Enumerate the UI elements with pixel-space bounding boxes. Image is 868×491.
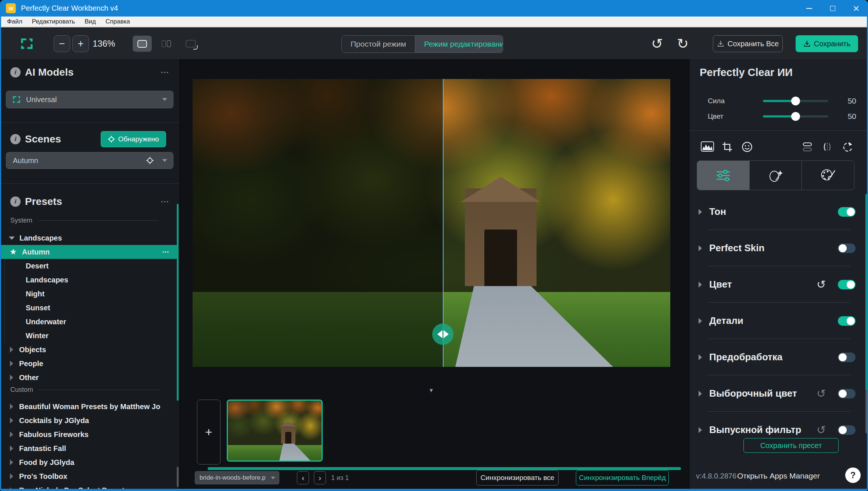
previous-image-button[interactable]: ‹ xyxy=(297,471,309,484)
zoom-in-button[interactable]: + xyxy=(72,35,89,52)
next-image-button[interactable]: › xyxy=(314,471,326,484)
save-button[interactable]: Сохранить xyxy=(796,35,858,52)
menu-edit[interactable]: Редактировать xyxy=(27,17,80,27)
perfect-skin-toggle[interactable] xyxy=(838,243,856,253)
chevron-right-icon[interactable] xyxy=(699,245,702,251)
chevron-right-icon[interactable] xyxy=(10,432,13,437)
maximize-button[interactable] xyxy=(821,0,844,17)
more-options-icon[interactable]: ••• xyxy=(161,199,169,205)
chevron-right-icon[interactable] xyxy=(10,375,13,380)
chevron-right-icon[interactable] xyxy=(699,391,702,397)
preset-group-objects[interactable]: Objects xyxy=(0,343,177,357)
minimize-button[interactable] xyxy=(797,0,821,17)
tone-toggle[interactable] xyxy=(838,207,856,217)
filename-select[interactable]: bride-in-woods-before.p xyxy=(195,471,279,484)
preset-item-night[interactable]: Night xyxy=(0,287,177,301)
mode-edit-tab[interactable]: Режим редактирования xyxy=(415,36,503,53)
chevron-right-icon[interactable] xyxy=(10,347,13,353)
slider-knob[interactable] xyxy=(791,112,800,121)
tab-retouch[interactable] xyxy=(750,161,802,190)
photo-canvas[interactable] xyxy=(193,79,670,367)
reset-icon[interactable]: ↺ xyxy=(817,279,826,290)
chevron-right-icon[interactable] xyxy=(699,282,702,288)
preset-group-beautiful-woman[interactable]: Beautiful Woman Presets by Matthew Jo xyxy=(0,400,177,414)
section-perfect-skin[interactable]: Perfect Skin xyxy=(689,230,868,266)
section-tone[interactable]: Тон xyxy=(689,194,868,230)
section-preprocessing[interactable]: Предобработка xyxy=(689,339,868,375)
menu-file[interactable]: Файл xyxy=(2,17,27,27)
preset-item-underwater[interactable]: Underwater xyxy=(0,315,177,329)
preset-group-landscapes[interactable]: Landscapes xyxy=(0,231,177,245)
tab-color-palette[interactable] xyxy=(802,161,854,190)
flip-vertical-icon[interactable] xyxy=(802,141,813,152)
preset-item-winter[interactable]: Winter xyxy=(0,329,177,343)
open-apps-manager-link[interactable]: Открыть Apps Manager xyxy=(737,472,820,480)
close-button[interactable] xyxy=(844,0,868,17)
color-toggle[interactable] xyxy=(838,280,856,289)
menu-help[interactable]: Справка xyxy=(101,17,135,27)
chevron-right-icon[interactable] xyxy=(10,445,13,451)
scene-select[interactable]: Autumn xyxy=(6,152,173,169)
preset-group-pros-toolbox[interactable]: Pro's Toolbox xyxy=(0,469,177,483)
filmstrip-collapse-button[interactable]: ▼ xyxy=(428,387,434,393)
preset-group-fantastic-fall[interactable]: Fantastic Fall xyxy=(0,441,177,455)
chevron-right-icon[interactable] xyxy=(10,361,13,367)
color-slider[interactable] xyxy=(763,115,828,118)
preset-group-clipped[interactable]: Ron Nichols Pro Select Presets xyxy=(0,483,177,489)
crop-icon[interactable] xyxy=(722,141,733,152)
tab-adjustments[interactable] xyxy=(697,161,750,190)
chevron-right-icon[interactable] xyxy=(699,354,702,360)
details-toggle[interactable] xyxy=(838,316,856,326)
presets-scrollbar-track[interactable] xyxy=(177,467,179,487)
more-options-icon[interactable]: ••• xyxy=(162,249,169,254)
preprocessing-toggle[interactable] xyxy=(838,353,856,362)
preset-group-food[interactable]: Food by JGlyda xyxy=(0,455,177,469)
slider-knob[interactable] xyxy=(791,97,800,105)
help-button[interactable]: ? xyxy=(845,467,861,483)
chevron-right-icon[interactable] xyxy=(699,427,702,433)
filmstrip-thumbnail-selected[interactable] xyxy=(227,400,323,462)
reset-icon[interactable]: ↺ xyxy=(817,425,826,436)
save-preset-button[interactable]: Сохранить пресет xyxy=(743,438,839,453)
preset-group-cocktails[interactable]: Cocktails by JGlyda xyxy=(0,414,177,427)
section-details[interactable]: Детали xyxy=(689,303,868,339)
ai-model-select[interactable]: Universal xyxy=(6,91,173,108)
star-icon[interactable]: ★ xyxy=(10,247,17,257)
chevron-down-icon[interactable] xyxy=(9,237,15,240)
preset-group-people[interactable]: People xyxy=(0,357,177,371)
info-icon[interactable]: i xyxy=(10,67,21,77)
reset-icon[interactable]: ↺ xyxy=(817,388,826,399)
info-icon[interactable]: i xyxy=(10,134,21,144)
section-color[interactable]: Цвет ↺ xyxy=(689,266,868,303)
view-split-button[interactable] xyxy=(157,36,176,52)
rotate-icon[interactable] xyxy=(842,141,853,152)
add-image-button[interactable]: + xyxy=(197,400,220,465)
strength-slider[interactable] xyxy=(763,100,828,102)
crosshair-icon[interactable] xyxy=(146,156,154,165)
view-compare-button[interactable] xyxy=(181,36,200,52)
chevron-right-icon[interactable] xyxy=(10,418,13,423)
chevron-right-icon[interactable] xyxy=(699,209,702,215)
more-options-icon[interactable]: ••• xyxy=(161,70,169,75)
selective-color-toggle[interactable] xyxy=(838,389,856,398)
chevron-right-icon[interactable] xyxy=(10,404,13,409)
split-drag-handle[interactable] xyxy=(432,324,453,345)
filmstrip-scrollbar[interactable] xyxy=(208,467,681,470)
mode-simple-tab[interactable]: Простой режим xyxy=(342,36,415,53)
finishing-filter-toggle[interactable] xyxy=(838,425,856,435)
redo-button[interactable]: ↻ xyxy=(677,36,689,51)
presets-scrollbar[interactable] xyxy=(177,204,179,401)
preset-item-sunset[interactable]: Sunset xyxy=(0,301,177,315)
histogram-icon[interactable] xyxy=(701,141,714,152)
menu-view[interactable]: Вид xyxy=(80,17,101,27)
save-all-button[interactable]: Сохранить Все xyxy=(713,35,783,52)
sync-forward-button[interactable]: Синхронизировать Вперёд xyxy=(576,470,669,485)
sync-all-button[interactable]: Синхронизировать все xyxy=(476,470,559,485)
preset-item-autumn-selected[interactable]: ★ Autumn ••• xyxy=(0,245,177,259)
zoom-out-button[interactable]: − xyxy=(54,35,70,52)
face-icon[interactable] xyxy=(742,141,753,152)
preset-group-fireworks[interactable]: Fabulous Fireworks xyxy=(0,427,177,441)
flip-horizontal-icon[interactable] xyxy=(822,141,833,152)
preset-group-other[interactable]: Other xyxy=(0,371,177,385)
scene-detected-badge[interactable]: Обнаружено xyxy=(101,131,166,147)
